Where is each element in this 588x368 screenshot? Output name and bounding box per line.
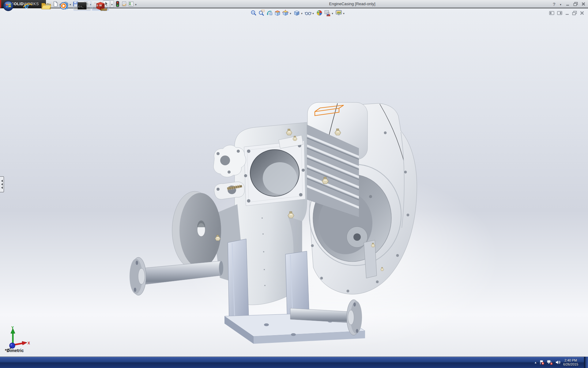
doc-minimize-icon[interactable]	[565, 11, 569, 15]
windows-taskbar	[0, 357, 588, 368]
zoom-to-fit-icon	[250, 10, 257, 16]
folder-explorer-icon	[41, 1, 51, 10]
windows-start-icon	[3, 0, 14, 11]
network-disconnected-icon[interactable]	[547, 360, 553, 365]
engine-casing-model[interactable]	[0, 8, 588, 357]
internet-explorer-icon: e	[23, 1, 32, 11]
view-orientation-label: *Dimetric	[5, 348, 24, 353]
edit-appearance-button[interactable]	[316, 10, 323, 16]
options-icon	[128, 1, 134, 7]
help-dropdown-caret-icon[interactable]	[559, 1, 562, 7]
triad-x-label: X	[28, 341, 30, 345]
taskbar-windows-explorer-button[interactable]	[37, 1, 55, 11]
doc-restore-icon[interactable]	[572, 11, 577, 15]
file-properties-button[interactable]	[121, 0, 128, 8]
view-settings-button[interactable]	[335, 10, 346, 16]
taskbar-internet-explorer-button[interactable]: e	[19, 1, 36, 11]
speaker-icon[interactable]	[555, 360, 561, 365]
pane-toggle-left-icon[interactable]	[549, 11, 554, 15]
document-window-controls	[549, 11, 584, 15]
solidworks-2015-icon: SW 2015	[95, 1, 106, 10]
taskbar-clock[interactable]: 2:40 PM 6/26/2015	[563, 358, 578, 366]
options-button[interactable]	[128, 0, 138, 8]
feature-tree-flyout-tab[interactable]	[0, 176, 4, 192]
pane-toggle-right-icon[interactable]	[557, 11, 562, 15]
minimize-icon[interactable]	[566, 2, 570, 6]
view-orientation-caret-icon[interactable]	[289, 10, 292, 16]
solidworks-window: ЗS SOLIDWORKS	[0, 0, 588, 368]
hide-show-items-glasses-icon	[305, 10, 311, 16]
close-icon[interactable]	[581, 2, 586, 6]
zoom-to-area-icon	[258, 10, 265, 16]
taskbar-command-prompt-button[interactable]: C:\_	[74, 1, 91, 11]
apply-scene-button[interactable]	[324, 10, 334, 16]
fixture-leg-left[interactable]	[228, 239, 249, 320]
display-style-icon	[293, 10, 300, 16]
zoom-to-area-button[interactable]	[258, 10, 265, 16]
rebuild-traffic-light-icon	[115, 1, 121, 7]
command-prompt-icon: C:\_	[77, 2, 87, 10]
apply-scene-icon	[324, 10, 331, 16]
show-desktop-button[interactable]	[584, 357, 588, 368]
hide-show-items-button[interactable]	[304, 10, 315, 16]
doc-close-icon[interactable]	[580, 11, 584, 15]
clock-time: 2:40 PM	[563, 358, 578, 362]
display-style-caret-icon[interactable]	[300, 10, 303, 16]
select-dropdown-caret-icon[interactable]	[110, 1, 114, 7]
previous-view-button[interactable]	[266, 10, 273, 16]
graphics-area[interactable]: Y X Z *Dimetric	[0, 8, 588, 357]
clock-date: 6/26/2015	[563, 362, 578, 366]
view-orientation-button[interactable]	[282, 10, 292, 16]
command-prompt-label: C:\_	[78, 6, 84, 8]
previous-view-icon	[266, 10, 273, 16]
edit-appearance-icon	[316, 10, 323, 16]
start-button[interactable]	[2, 0, 14, 11]
display-style-button[interactable]	[293, 10, 304, 16]
heads-up-view-toolbar	[250, 10, 346, 16]
section-view-icon	[274, 10, 281, 16]
action-center-flag-icon[interactable]	[539, 360, 545, 365]
apply-scene-caret-icon[interactable]	[331, 10, 334, 16]
view-settings-caret-icon[interactable]	[342, 10, 345, 16]
solidworks-icon-year: 2015	[101, 8, 107, 11]
collapse-arrow-icon	[1, 186, 3, 189]
hidden-icons-arrow-icon[interactable]: ▲	[534, 361, 537, 364]
media-player-icon	[59, 1, 69, 11]
zoom-to-fit-button[interactable]	[250, 10, 257, 16]
document-title: EngineCasing [Read-only]	[329, 2, 375, 6]
collapse-arrow-icon	[1, 183, 3, 186]
restore-icon[interactable]	[573, 2, 578, 6]
file-properties-icon	[121, 1, 127, 7]
collapse-arrow-icon	[1, 180, 3, 182]
taskbar-solidworks-button[interactable]: SW 2015	[92, 1, 109, 11]
hide-show-items-caret-icon[interactable]	[311, 10, 315, 16]
rebuild-button[interactable]	[114, 0, 121, 8]
window-controls: ?	[553, 0, 586, 8]
view-settings-icon	[335, 10, 342, 16]
view-orientation-icon	[282, 10, 289, 16]
section-view-button[interactable]	[274, 10, 281, 16]
solidworks-icon-letters: SW	[96, 4, 103, 7]
options-dropdown-caret-icon[interactable]	[134, 1, 138, 7]
system-tray: ▲ 2:40 PM 6/26/2015	[534, 357, 583, 368]
support-rod-left[interactable]	[130, 257, 223, 295]
triad-y-label: Y	[11, 326, 14, 330]
taskbar-media-player-button[interactable]	[56, 1, 73, 11]
help-icon[interactable]: ?	[553, 2, 556, 7]
